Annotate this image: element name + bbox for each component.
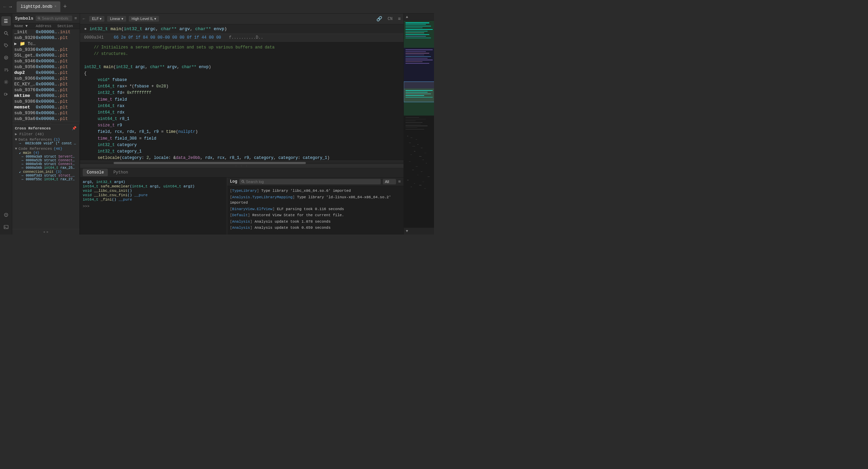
log-content: [TypeLibrary] Type library 'libc_x86_64.… [227,186,403,234]
svg-rect-76 [411,187,412,187]
console-line: arg3, int32_t arg4) [83,180,224,184]
minimap[interactable] [404,21,434,227]
symbol-row[interactable]: sub_93960x000009396.plt [12,110,80,116]
code-var-r9: ssize_t r9 [84,122,399,129]
tab-close-btn[interactable]: × [54,5,56,8]
symbol-row[interactable]: sub_93760x000009376.plt [12,87,80,93]
symbol-row[interactable]: _init0x000009308.init [12,29,80,35]
svg-rect-68 [412,170,414,170]
search-symbols-box[interactable] [36,16,73,21]
link-icon[interactable]: 🔗 [376,16,382,22]
data-refs-count: {1} [54,138,60,142]
console-prompt-line[interactable]: >>> [83,204,224,208]
bottom-content: arg3, int32_t arg4) int64_t safe_memclea… [80,178,403,234]
sidebar-icon-bookmarks[interactable] [1,53,11,62]
console-area[interactable]: arg3, int32_t arg4) int64_t safe_memclea… [80,178,227,234]
nav-back-code[interactable]: ← [83,17,85,21]
svg-rect-63 [419,156,421,157]
sidebar-icon-notifications[interactable] [1,210,11,220]
svg-point-5 [5,81,7,83]
code-ref-item[interactable]: ← 0000a56b int64_t rax_25 = ca [15,166,77,170]
log-menu-icon[interactable]: ≡ [398,179,401,184]
symbol-row[interactable]: sub_93860x000009386.plt [12,99,80,104]
cross-refs-pin[interactable]: 📌 [72,126,77,130]
symbol-row[interactable]: sub_93200x000009320.plt [12,35,80,41]
left-panel: Symbols ≡ Name ▼ Address Section _init0x… [12,14,80,234]
log-search-box[interactable] [239,179,381,184]
symbol-row[interactable]: ▶ 📁 Tcp-st... [12,41,80,47]
search-icon [38,17,41,20]
sidebar-icon-plugins[interactable] [1,89,11,99]
code-var-r8: uint64_t r8_1 [84,116,399,122]
tab-python[interactable]: Python [109,169,132,176]
code-var-field: time_t field [84,97,399,103]
symbol-row[interactable]: sub_93360x000009336.plt [12,47,80,53]
code-ref-connection-init[interactable]: ↙ connection_init {3} [15,170,77,174]
log-search-input[interactable] [246,180,379,184]
symbols-menu-icon[interactable]: ≡ [74,16,77,21]
svg-rect-23 [406,33,424,33]
symbol-row[interactable]: SSL_get_s...0x000009340.plt [12,53,80,58]
sidebar-icon-xrefs[interactable] [1,65,11,75]
svg-rect-46 [406,119,426,119]
symbol-row[interactable]: mktime0x000009380.plt [12,93,80,99]
sidebar-icon-settings[interactable] [1,77,11,87]
symbol-row[interactable]: EC_KEY_fr...0x000009370.plt [12,81,80,87]
symbol-row[interactable]: sub_93660x000009366.plt [12,76,80,81]
symbol-row[interactable]: sub_93a60x0000093a6.plt [12,116,80,122]
svg-rect-34 [406,60,433,60]
symbols-table-header: Name ▼ Address Section [12,23,80,29]
symbol-row[interactable]: dup20x000009360.plt [12,70,80,76]
code-time-stmt: field, rcx, rdx, r8_1, r9 = time(nullptr… [84,129,399,135]
svg-rect-26 [406,38,431,38]
scroll-down-icon[interactable]: ▼ [406,229,408,233]
svg-rect-60 [414,151,415,151]
svg-rect-33 [406,58,428,59]
linear-btn[interactable]: Linear ▾ [107,16,126,22]
svg-line-1 [7,34,8,35]
data-refs-title: ▼ Data References {1} [15,138,77,142]
svg-rect-32 [406,56,431,57]
main-tab[interactable]: lighttpd.bndb × [17,1,61,12]
toolbar-menu-icon[interactable]: ≡ [398,16,401,22]
cross-refs-filter[interactable]: ▶ Filter (48) [15,132,77,136]
symbols-col-name: Name ▼ [14,24,36,28]
code-ref-item[interactable]: ← 0000a52b struct Connection* [15,159,77,162]
back-arrow[interactable]: ← [3,3,7,10]
forward-arrow[interactable]: → [8,3,12,10]
scroll-up-icon[interactable]: ▲ [406,15,408,19]
log-line: [Analysis] Analysis update took 1.078 se… [230,219,401,225]
svg-rect-51 [406,127,417,128]
symbol-row[interactable]: sub_93560x000009356.plt [12,64,80,70]
code-ref-item[interactable]: ← 0000a3a9 struct ServerConfig [15,155,77,159]
symbols-search-input[interactable] [42,16,70,20]
code-var-cat: int32_t category [84,142,399,148]
tab-add-btn[interactable]: + [62,3,68,10]
sidebar-icon-terminal[interactable] [1,222,11,232]
code-ref-item[interactable]: ← 0000a54b struct Connection* [15,162,77,166]
symbol-row[interactable]: sub_93460x000009346.plt [12,58,80,64]
log-filter-select[interactable]: All [383,179,396,184]
code-ref-item[interactable]: ← 0000f55c int64_t rax_27 = ca [15,178,77,181]
svg-rect-62 [411,155,412,155]
console-line: int64_t safe_memclear(int64_t arg1, uint… [83,184,224,188]
console-line: int64_t _fini() __pure [83,198,224,202]
sidebar-icon-tags[interactable] [1,41,11,50]
sidebar-icon-menu[interactable]: ☰ [1,16,11,26]
symbol-row[interactable]: memset0x000009390.plt [12,104,80,110]
hlil-btn[interactable]: High Level IL ▾ [129,16,159,22]
svg-rect-61 [424,153,426,153]
code-view[interactable]: // Initializes a server configuration an… [80,42,403,161]
code-ref-main[interactable]: ↙ main {4} [15,151,77,155]
cn-icon[interactable]: CN [388,17,392,21]
sidebar-icon-search[interactable] [1,28,11,38]
tab-console[interactable]: Console [83,169,108,176]
tab-title: lighttpd.bndb [21,4,53,9]
code-ref-item[interactable]: ← 0000f3d3 struct struct_7* ra [15,174,77,178]
svg-rect-48 [406,122,422,123]
svg-rect-45 [406,117,419,118]
elf-btn[interactable]: ELF ▾ [89,16,104,22]
data-ref-item[interactable]: → 0023cdd0 void* (* const callo [15,142,77,145]
code-field308: time_t field_308 = field [84,136,399,142]
code-var-fsbase: void* fsbase [84,77,399,83]
